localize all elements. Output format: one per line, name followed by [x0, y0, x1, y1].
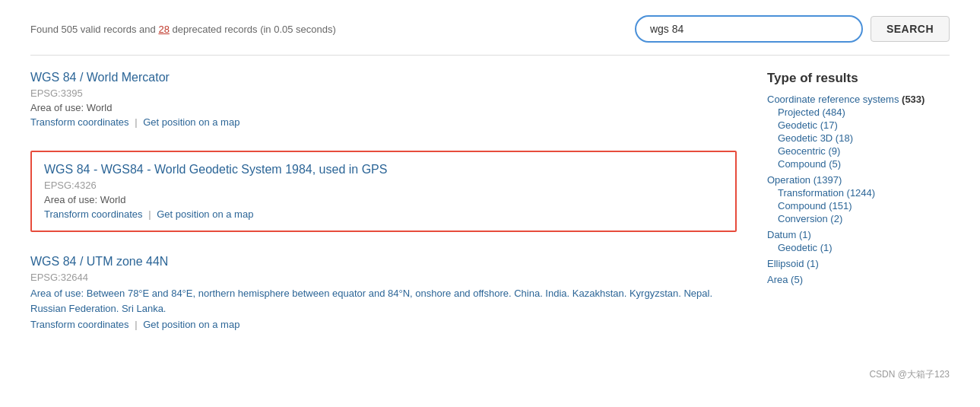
result-title-link-1[interactable]: WGS 84 / World Mercator — [30, 71, 170, 84]
sidebar-link-transformation[interactable]: Transformation (1244) — [778, 187, 875, 199]
result-code-1: EPSG:3395 — [30, 87, 737, 99]
sidebar-link-geodetic-datum[interactable]: Geodetic (1) — [778, 242, 833, 253]
sidebar: Type of results Coordinate reference sys… — [767, 71, 950, 353]
result-links-3: Transform coordinates | Get position on … — [30, 319, 737, 330]
sidebar-category-ellipsoid: Ellipsoid (1) — [767, 258, 950, 269]
sidebar-sub-compound-crs: Compound (5) — [767, 158, 950, 170]
transform-link-2[interactable]: Transform coordinates — [44, 208, 143, 220]
sidebar-category-crs: Coordinate reference systems (533) — [767, 94, 950, 105]
search-time: 0.05 — [274, 24, 293, 35]
results-count: Found 505 valid records and 28 deprecate… — [30, 24, 336, 35]
separator-3: | — [135, 319, 137, 330]
search-input[interactable] — [635, 15, 863, 43]
result-links-1: Transform coordinates | Get position on … — [30, 116, 737, 128]
sidebar-sub-conversion: Conversion (2) — [767, 213, 950, 224]
transform-link-3[interactable]: Transform coordinates — [30, 319, 129, 330]
watermark: CSDN @大箱子123 — [30, 368, 950, 381]
result-area-1: Area of use: World — [30, 102, 737, 113]
sidebar-sub-geodetic: Geodetic (17) — [767, 119, 950, 131]
result-title-1: WGS 84 / World Mercator — [30, 71, 737, 84]
result-code-2: EPSG:4326 — [44, 180, 723, 191]
search-button[interactable]: SEARCH — [871, 16, 950, 42]
top-bar: Found 505 valid records and 28 deprecate… — [30, 15, 950, 56]
search-area: SEARCH — [635, 15, 950, 43]
sidebar-link-compound-crs[interactable]: Compound (5) — [778, 158, 841, 170]
map-link-2[interactable]: Get position on a map — [157, 208, 253, 220]
sidebar-link-operation[interactable]: Operation (1397) — [767, 174, 842, 186]
sidebar-sub-compound-op: Compound (151) — [767, 200, 950, 211]
result-title-link-2[interactable]: WGS 84 - WGS84 - World Geodetic System 1… — [44, 163, 387, 176]
separator-1: | — [135, 116, 137, 128]
result-item-1: WGS 84 / World Mercator EPSG:3395 Area o… — [30, 71, 737, 128]
sidebar-link-conversion[interactable]: Conversion (2) — [778, 213, 842, 224]
sidebar-section-area: Area (5) — [767, 274, 950, 285]
valid-count: 505 — [61, 24, 78, 35]
result-item-2: WGS 84 - WGS84 - World Geodetic System 1… — [30, 151, 737, 232]
separator-2: | — [148, 208, 151, 220]
sidebar-link-geodetic[interactable]: Geodetic (17) — [778, 119, 838, 131]
sidebar-section-crs: Coordinate reference systems (533) Proje… — [767, 94, 950, 170]
map-link-3[interactable]: Get position on a map — [143, 319, 239, 330]
sidebar-sub-transformation: Transformation (1244) — [767, 187, 950, 199]
sidebar-section-datum: Datum (1) Geodetic (1) — [767, 229, 950, 253]
sidebar-link-compound-op[interactable]: Compound (151) — [778, 200, 852, 211]
sidebar-link-projected[interactable]: Projected (484) — [778, 107, 845, 118]
sidebar-link-geodetic3d[interactable]: Geodetic 3D (18) — [778, 132, 853, 144]
map-link-1[interactable]: Get position on a map — [143, 116, 239, 128]
result-links-2: Transform coordinates | Get position on … — [44, 208, 723, 220]
sidebar-section-ellipsoid: Ellipsoid (1) — [767, 258, 950, 269]
sidebar-category-datum: Datum (1) — [767, 229, 950, 240]
sidebar-link-geocentric[interactable]: Geocentric (9) — [778, 145, 840, 157]
sidebar-sub-geodetic-datum: Geodetic (1) — [767, 242, 950, 253]
sidebar-sub-geodetic3d: Geodetic 3D (18) — [767, 132, 950, 144]
sidebar-section-operation: Operation (1397) Transformation (1244) C… — [767, 174, 950, 224]
result-area-3: Area of use: Between 78°E and 84°E, nort… — [30, 286, 737, 316]
results-list: WGS 84 / World Mercator EPSG:3395 Area o… — [30, 71, 737, 353]
sidebar-count-crs: (533) — [902, 94, 924, 105]
result-title-2: WGS 84 - WGS84 - World Geodetic System 1… — [44, 163, 723, 176]
sidebar-link-ellipsoid[interactable]: Ellipsoid (1) — [767, 258, 819, 269]
result-item-3: WGS 84 / UTM zone 44N EPSG:32644 Area of… — [30, 255, 737, 330]
transform-link-1[interactable]: Transform coordinates — [30, 116, 129, 128]
result-area-2: Area of use: World — [44, 194, 723, 205]
deprecated-count: 28 — [158, 24, 169, 35]
result-title-link-3[interactable]: UTM zone 44N — [87, 255, 169, 268]
main-content: WGS 84 / World Mercator EPSG:3395 Area o… — [30, 71, 950, 353]
result-title-3: WGS 84 / UTM zone 44N — [30, 255, 737, 269]
sidebar-sub-projected: Projected (484) — [767, 107, 950, 118]
sidebar-category-area: Area (5) — [767, 274, 950, 285]
sidebar-link-area[interactable]: Area (5) — [767, 274, 803, 285]
sidebar-link-datum[interactable]: Datum (1) — [767, 229, 811, 240]
sidebar-category-operation: Operation (1397) — [767, 174, 950, 186]
sidebar-title: Type of results — [767, 71, 950, 86]
sidebar-link-crs[interactable]: Coordinate reference systems — [767, 94, 899, 105]
sidebar-sub-geocentric: Geocentric (9) — [767, 145, 950, 157]
result-code-3: EPSG:32644 — [30, 272, 737, 283]
